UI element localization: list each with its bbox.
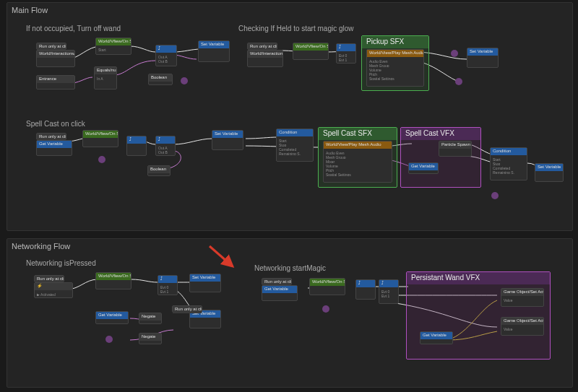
runon-badge: Run only at client s bbox=[36, 43, 66, 50]
event-node-2[interactable]: World/Interactions/Get Equipped W bbox=[247, 50, 283, 67]
boolean-node-3[interactable]: Boolean bbox=[147, 165, 171, 176]
play-mesh-audio-node-1[interactable]: World/View/Play Mesh Audio Audio Even Me… bbox=[366, 49, 424, 87]
state-change-node-1[interactable]: World/Vfiew/On State Change Start bbox=[95, 38, 131, 55]
state-change-node-n1[interactable]: World/Vfiew/On State Change bbox=[95, 272, 131, 289]
state-change-node-3[interactable]: World/Vfiew/On State Change bbox=[82, 130, 118, 147]
runon-badge-n2: Run only at client s bbox=[172, 305, 202, 313]
equals-node[interactable]: Equals/number In A bbox=[94, 66, 117, 90]
set-active-node-1[interactable]: Game Object/Set Active Value bbox=[501, 288, 544, 307]
set-variable-node-1[interactable]: Set Variable bbox=[198, 40, 230, 62]
turn-off-wand-label: If not occupied, Turn off wand bbox=[26, 25, 121, 32]
spell-cast-click-label: Spell Cast on click bbox=[26, 120, 85, 128]
branch-node-3[interactable]: ⤴ bbox=[126, 136, 147, 156]
svg-line-0 bbox=[210, 246, 233, 266]
get-variable-node-4[interactable]: Get Variable bbox=[408, 162, 439, 174]
particle-node[interactable]: Particle Spawn bbox=[439, 141, 472, 157]
set-variable-node-2[interactable]: Set Variable bbox=[467, 48, 499, 68]
var-circle-2[interactable] bbox=[451, 50, 458, 57]
red-arrow-icon bbox=[208, 245, 237, 274]
runon-badge-n3: Run only at client s bbox=[262, 278, 292, 285]
var-circle-1[interactable] bbox=[181, 77, 188, 84]
var-circle-2b[interactable] bbox=[455, 78, 462, 85]
event-activated-node[interactable]: ⚡ ▶ Activated bbox=[34, 282, 73, 298]
runon-badge-n1: Run only at client s bbox=[34, 275, 64, 282]
boolean-node[interactable]: Boolean bbox=[148, 74, 173, 85]
branch-node-n3b[interactable]: ⤴ Evt 0Evt 1 bbox=[379, 279, 399, 304]
pickup-sfx-title: Pickup SFX bbox=[362, 36, 428, 48]
state-change-node-n3[interactable]: World/Vfiew/On State Change bbox=[309, 278, 345, 295]
main-flow-section: Main Flow If not occupied, Turn off wand… bbox=[7, 2, 573, 231]
branch-node-n3[interactable]: ⤴ bbox=[355, 279, 376, 300]
var-circle-n3[interactable] bbox=[322, 305, 329, 313]
get-variable-node-n4[interactable]: Get Variable bbox=[420, 331, 453, 344]
condition-node-2[interactable]: Condition Start Stop Completed Remaining… bbox=[490, 147, 527, 180]
spell-sfx-title: Spell Cast SFX bbox=[319, 128, 397, 140]
get-equipped-node[interactable]: World/Interactions/Get Equipped W bbox=[36, 50, 75, 67]
networking-ispressed-label: Networking isPressed bbox=[26, 259, 96, 267]
get-variable-node-n3[interactable]: Get Variable bbox=[262, 285, 298, 301]
checking-held-label: Checking If Held to start magic glow bbox=[238, 25, 354, 32]
condition-node-1[interactable]: Condition Start Stop Completed Remaining… bbox=[276, 129, 314, 162]
negate-node-2[interactable]: Negate bbox=[139, 333, 162, 344]
main-flow-title: Main Flow bbox=[12, 6, 48, 14]
get-variable-node-3[interactable]: Get Variable bbox=[36, 140, 72, 156]
set-variable-node-3[interactable]: Set Variable bbox=[212, 130, 243, 150]
networking-flow-title: Networking Flow bbox=[12, 242, 70, 251]
var-circle-n1[interactable] bbox=[105, 336, 113, 343]
get-variable-node-n1[interactable]: Get Variable bbox=[95, 311, 129, 324]
persistant-vfx-group: Persistant Wand VFX Game Object/Set Acti… bbox=[406, 271, 551, 360]
branch-node-n1[interactable]: ⤴ Evt 0Evt 1 bbox=[158, 275, 178, 295]
spell-vfx-group: Spell Cast VFX Particle Spawn Get Variab… bbox=[400, 127, 481, 188]
var-circle-3[interactable] bbox=[98, 156, 105, 163]
branch-node-2[interactable]: ⤴ Evt 0Evt 1 bbox=[336, 43, 356, 64]
set-variable-node-4[interactable]: Set Variable bbox=[535, 163, 564, 182]
state-change-node-2[interactable]: World/Vfiew/On State Change bbox=[293, 43, 329, 60]
play-mesh-audio-node-2[interactable]: World/View/Play Mesh Audio Audio Even Me… bbox=[323, 141, 392, 183]
branch-node-3b[interactable]: ⤴ Out AOut B bbox=[155, 136, 176, 156]
spell-sfx-group: Spell Cast SFX World/View/Play Mesh Audi… bbox=[318, 127, 397, 188]
runon-badge-3: Run only at client s bbox=[36, 133, 66, 140]
networking-startmagic-label: Networking startMagic bbox=[254, 264, 326, 272]
networking-flow-section: Networking Flow Networking isPressed Net… bbox=[7, 238, 573, 388]
branch-node-1[interactable]: ⤴ Out AOut B bbox=[155, 45, 177, 66]
negate-node-1[interactable]: Negate bbox=[139, 313, 162, 324]
var-circle-4[interactable] bbox=[491, 192, 499, 199]
spell-vfx-title: Spell Cast VFX bbox=[401, 128, 480, 140]
entrance-node-1[interactable]: Entrance bbox=[36, 75, 75, 90]
runon-badge-2: Run only at client s bbox=[247, 43, 277, 50]
main-flow-wires bbox=[7, 3, 572, 230]
set-active-node-2[interactable]: Game Object/Set Active Value bbox=[501, 317, 544, 336]
set-variable-node-n1[interactable]: Set Variable bbox=[189, 274, 221, 292]
persistant-vfx-title: Persistant Wand VFX bbox=[407, 272, 550, 284]
pickup-sfx-group: Pickup SFX World/View/Play Mesh Audio Au… bbox=[361, 35, 429, 91]
